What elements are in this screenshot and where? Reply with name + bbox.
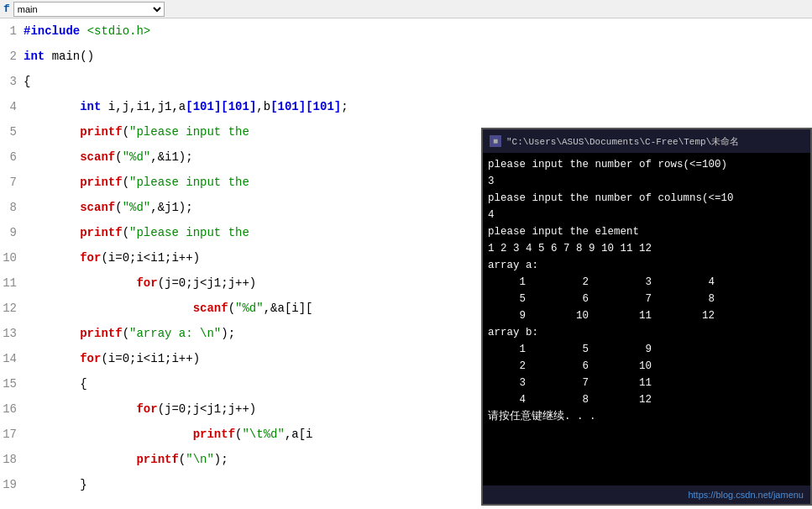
code-content: for(i=0;i<i1;i++)	[24, 346, 200, 371]
console-output-line: 4	[488, 207, 805, 223]
code-line: 1 #include <stdio.h>	[0, 18, 812, 44]
code-content: printf("please input the	[24, 119, 249, 144]
code-content: }	[24, 472, 87, 497]
code-line: 4 int i,j,i1,j1,a[101][101],b[101][101];	[0, 94, 812, 119]
console-output-line: 3 7 11	[488, 375, 805, 391]
console-output-line: 1 2 3 4	[488, 274, 805, 291]
code-content: {	[24, 69, 30, 94]
console-output-line: array b:	[488, 324, 805, 341]
line-number: 18	[0, 447, 24, 472]
line-number: 1	[0, 18, 24, 44]
function-icon: f	[3, 3, 10, 15]
code-content: for(j=0;j<j1;j++)	[24, 396, 256, 422]
line-number: 5	[0, 119, 24, 144]
line-number: 12	[0, 296, 24, 321]
console-output-line: 4 8 12	[488, 391, 805, 408]
console-output-line: please input the element	[488, 223, 805, 240]
code-content: printf("please input the	[24, 170, 249, 195]
code-content: for(j=0;j<j1;j++)	[24, 270, 256, 296]
line-number: 7	[0, 170, 24, 195]
line-number: 14	[0, 346, 24, 371]
console-output-line: please input the number of columns(<=10	[488, 190, 805, 207]
code-content: scanf("%d",&i1);	[24, 144, 193, 170]
line-number: 16	[0, 396, 24, 422]
toolbar: f main	[0, 0, 812, 18]
line-number: 17	[0, 422, 24, 447]
line-number: 9	[0, 220, 24, 245]
console-output-line: 5 6 7 8	[488, 291, 805, 307]
console-output-line: 1 2 3 4 5 6 7 8 9 10 11 12	[488, 240, 805, 257]
function-selector[interactable]: main	[13, 2, 165, 17]
console-output-line: 9 10 11 12	[488, 307, 805, 324]
code-content: scanf("%d",&j1);	[24, 195, 193, 220]
line-number: 15	[0, 371, 24, 396]
code-content: #include <stdio.h>	[24, 18, 150, 44]
line-number: 11	[0, 270, 24, 296]
line-number: 3	[0, 69, 24, 94]
code-content: printf("please input the	[24, 220, 249, 245]
console-output-line: please input the number of rows(<=100)	[488, 156, 805, 173]
code-content: printf("\t%d",a[i	[24, 422, 313, 447]
console-footer: https://blog.csdn.net/jamenu	[483, 485, 810, 504]
console-output-line: array a:	[488, 257, 805, 274]
line-number: 4	[0, 94, 24, 119]
code-content: {	[24, 371, 87, 396]
console-window: ■ "C:\Users\ASUS\Documents\C-Free\Temp\未…	[481, 128, 812, 506]
line-number: 8	[0, 195, 24, 220]
code-content: int i,j,i1,j1,a[101][101],b[101][101];	[24, 94, 348, 119]
console-titlebar: ■ "C:\Users\ASUS\Documents\C-Free\Temp\未…	[483, 129, 810, 153]
console-output-line: 请按任意键继续. . .	[488, 408, 805, 425]
code-line: 2 int main()	[0, 44, 812, 69]
line-number: 19	[0, 472, 24, 497]
line-number: 10	[0, 245, 24, 270]
console-output-line: 1 5 9	[488, 341, 805, 358]
line-number: 13	[0, 321, 24, 346]
code-content: printf("\n");	[24, 447, 228, 472]
code-content: scanf("%d",&a[i][	[24, 296, 312, 321]
console-output-line: 3	[488, 173, 805, 190]
console-title: "C:\Users\ASUS\Documents\C-Free\Temp\未命名	[506, 135, 739, 148]
code-content: int main()	[24, 44, 94, 69]
console-window-icon: ■	[490, 135, 501, 147]
line-number: 2	[0, 44, 24, 69]
code-line: 3 {	[0, 69, 812, 94]
code-content: for(i=0;i<i1;i++)	[24, 245, 200, 270]
console-output-line: 2 6 10	[488, 358, 805, 375]
console-footer-url: https://blog.csdn.net/jamenu	[688, 490, 804, 500]
line-number: 6	[0, 144, 24, 170]
code-content: printf("array a: \n");	[24, 321, 235, 346]
console-body: please input the number of rows(<=100) 3…	[483, 153, 810, 485]
